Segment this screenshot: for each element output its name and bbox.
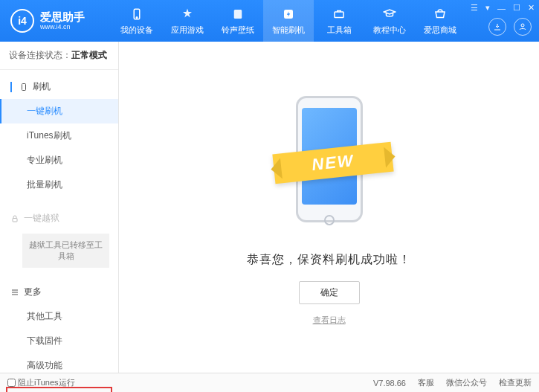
sidebar-item-pro-flash[interactable]: 专业刷机 xyxy=(0,148,118,173)
sidebar-item-itunes-flash[interactable]: iTunes刷机 xyxy=(0,123,118,148)
close-icon[interactable]: ✕ xyxy=(528,3,535,13)
view-log-link[interactable]: 查看日志 xyxy=(313,315,346,326)
phone-icon xyxy=(19,83,28,91)
connection-status: 设备连接状态：正常模式 xyxy=(0,42,118,70)
svg-point-5 xyxy=(521,24,524,27)
version-label: V7.98.66 xyxy=(373,379,406,388)
sidebar-item-batch-flash[interactable]: 批量刷机 xyxy=(0,173,118,197)
nav-tutorials[interactable]: 教程中心 xyxy=(364,0,415,42)
nav-toolbox[interactable]: 工具箱 xyxy=(314,0,364,42)
sidebar-item-download-firmware[interactable]: 下载固件 xyxy=(0,329,118,353)
user-button[interactable] xyxy=(514,18,532,36)
section-flash[interactable]: 刷机 xyxy=(0,74,118,99)
apps-icon xyxy=(180,7,195,22)
flash-icon xyxy=(281,7,296,22)
logo-area: i4 爱思助手 www.i4.cn xyxy=(0,9,112,33)
toolbox-icon xyxy=(332,7,346,22)
footer-link-wechat[interactable]: 微信公众号 xyxy=(446,377,487,388)
sidebar-item-oneclick-flash[interactable]: 一键刷机 xyxy=(0,99,118,123)
store-icon xyxy=(433,7,448,22)
success-message: 恭喜您，保资料刷机成功啦！ xyxy=(247,252,411,268)
nav-store[interactable]: 爱思商城 xyxy=(415,0,465,42)
jailbreak-note: 越狱工具已转移至工具箱 xyxy=(22,234,109,268)
nav-flash[interactable]: 智能刷机 xyxy=(263,0,314,42)
lock-icon xyxy=(10,214,19,223)
block-itunes-checkbox[interactable]: 阻止iTunes运行 xyxy=(7,377,75,388)
maximize-icon[interactable]: ☐ xyxy=(513,3,520,13)
app-name: 爱思助手 xyxy=(40,11,85,24)
main-content: NEW 恭喜您，保资料刷机成功啦！ 确定 查看日志 xyxy=(119,42,539,373)
window-controls: ☰ ▾ — ☐ ✕ xyxy=(471,3,535,13)
ringtone-icon xyxy=(230,7,245,22)
tutorial-icon xyxy=(382,7,397,22)
device-icon xyxy=(129,7,144,22)
svg-rect-6 xyxy=(22,83,26,90)
menu-icon xyxy=(10,288,19,297)
user-controls xyxy=(488,18,532,36)
app-url: www.i4.cn xyxy=(40,23,85,30)
svg-rect-4 xyxy=(335,12,343,18)
section-more[interactable]: 更多 xyxy=(0,280,118,304)
title-bar: i4 爱思助手 www.i4.cn 我的设备 应用游戏 铃声壁纸 智能刷机 工具… xyxy=(0,0,539,42)
nav-ringtones[interactable]: 铃声壁纸 xyxy=(213,0,263,42)
nav-apps[interactable]: 应用游戏 xyxy=(162,0,213,42)
lock-icon[interactable]: ▾ xyxy=(485,3,490,13)
svg-rect-7 xyxy=(13,218,17,222)
svg-rect-2 xyxy=(234,10,242,19)
nav-my-device[interactable]: 我的设备 xyxy=(112,0,162,42)
minimize-icon[interactable]: — xyxy=(497,4,506,13)
svg-point-1 xyxy=(136,16,138,18)
sidebar-item-other-tools[interactable]: 其他工具 xyxy=(0,304,118,329)
footer-link-support[interactable]: 客服 xyxy=(418,377,434,388)
menu-icon[interactable]: ☰ xyxy=(471,3,478,13)
sidebar-item-advanced[interactable]: 高级功能 xyxy=(0,353,118,378)
sidebar: 设备连接状态：正常模式 刷机 一键刷机 iTunes刷机 专业刷机 批量刷机 一… xyxy=(0,42,119,373)
section-jailbreak: 一键越狱 xyxy=(0,206,118,231)
logo-icon: i4 xyxy=(10,9,34,33)
phone-illustration: NEW xyxy=(281,89,378,237)
footer-link-update[interactable]: 检查更新 xyxy=(499,377,532,388)
new-banner: NEW xyxy=(272,142,393,184)
download-button[interactable] xyxy=(488,18,506,36)
ok-button[interactable]: 确定 xyxy=(299,281,360,304)
